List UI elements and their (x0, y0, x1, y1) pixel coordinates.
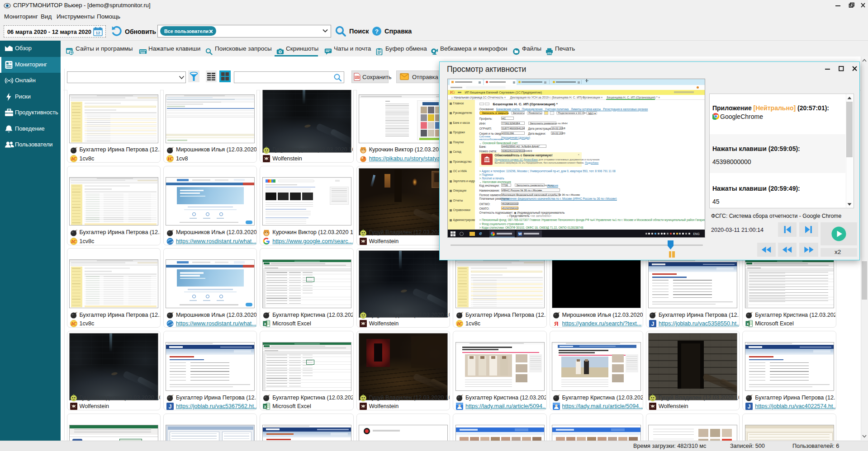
svg-text:PDF: PDF (355, 76, 360, 79)
svg-text:J: J (169, 404, 172, 410)
svg-text:X: X (264, 404, 266, 409)
svg-text:12: 12 (95, 31, 100, 35)
svg-text:1С: 1С (71, 321, 76, 326)
svg-text:1С: 1С (167, 156, 173, 161)
svg-text:1С: 1С (71, 239, 76, 244)
svg-text:1С: 1С (457, 321, 463, 326)
svg-text:?: ? (375, 28, 379, 35)
svg-text:J: J (748, 404, 751, 410)
svg-text:X: X (746, 322, 749, 326)
svg-text:1С: 1С (71, 156, 76, 161)
svg-text:X: X (264, 322, 266, 326)
svg-text:J: J (651, 321, 655, 327)
svg-text:Я: Я (554, 320, 558, 327)
